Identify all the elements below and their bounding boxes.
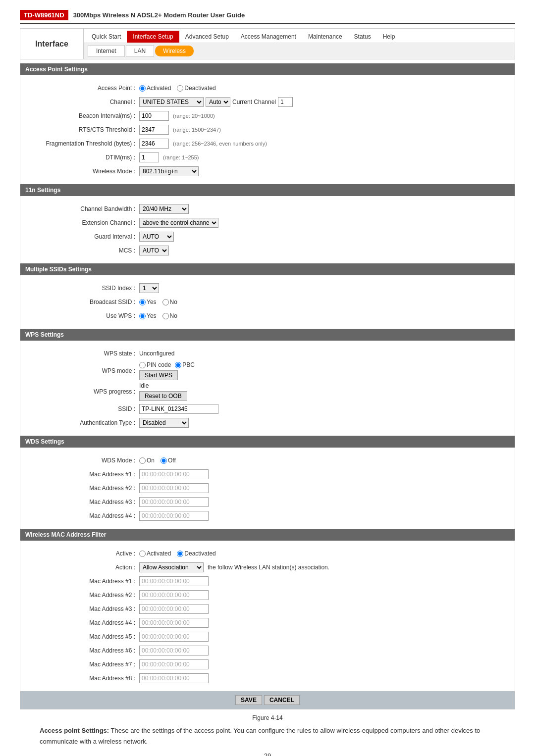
wireless-mac-section: Wireless MAC Address Filter Active : Act… [20, 529, 515, 691]
wds-mac4-input[interactable] [139, 511, 209, 521]
mac-input-2[interactable] [139, 590, 209, 600]
wds-mac2-label: Mac Address #2 : [30, 485, 139, 492]
mac-input-6[interactable] [139, 646, 209, 655]
mac-activated-radio[interactable]: Activated [139, 550, 171, 557]
mac-label-2: Mac Address #2 : [30, 592, 139, 599]
bandwidth-select[interactable]: 20/40 MHz [139, 204, 189, 214]
mac-label-8: Mac Address #8 : [30, 675, 139, 682]
wds-mac4-label: Mac Address #4 : [30, 512, 139, 519]
frag-label: Fragmentation Threshold (bytes) : [30, 140, 139, 147]
wps-pin-radio[interactable]: PIN code [139, 361, 171, 368]
wds-mac2-input[interactable] [139, 483, 209, 493]
mac-input-5[interactable] [139, 632, 209, 642]
mac-address-row-1: Mac Address #1 : [30, 575, 505, 587]
wds-mac1-input[interactable] [139, 469, 209, 479]
figure-caption: Figure 4-14 [20, 714, 515, 721]
ap-activated-radio[interactable]: Activated [139, 85, 171, 92]
dtim-input[interactable] [139, 152, 159, 162]
use-wps-yes-radio[interactable]: Yes [139, 312, 157, 319]
current-channel-input[interactable] [278, 97, 293, 107]
wds-off-radio[interactable]: Off [160, 457, 176, 464]
ap-label: Access Point : [30, 85, 139, 92]
nav-help[interactable]: Help [377, 31, 401, 43]
channel-country-select[interactable]: UNITED STATES [139, 97, 204, 107]
ssid-index-select[interactable]: 1 [139, 283, 159, 293]
ap-radio-group: Activated Deactivated [139, 85, 216, 92]
wps-progress-value: Idle [139, 382, 149, 389]
mac-input-1[interactable] [139, 576, 209, 586]
multiple-ssids-header: Multiple SSIDs Settings [20, 263, 515, 275]
current-channel-label: Current Channel [232, 99, 276, 105]
guard-select[interactable]: AUTO [139, 232, 174, 242]
mac-address-row-3: Mac Address #3 : [30, 603, 505, 615]
wps-ssid-input[interactable] [139, 404, 218, 414]
mac-action-select[interactable]: Allow Association [139, 562, 204, 572]
extension-select[interactable]: above the control channel [139, 218, 218, 228]
frag-input[interactable] [139, 139, 169, 149]
rts-hint: (range: 1500~2347) [173, 127, 221, 133]
nav-advanced-setup[interactable]: Advanced Setup [179, 31, 235, 43]
11n-section: 11n Settings Channel Bandwidth : 20/40 M… [20, 184, 515, 263]
broadcast-no-radio[interactable]: No [162, 299, 177, 305]
wds-mac3-input[interactable] [139, 497, 209, 507]
wds-on-radio[interactable]: On [139, 457, 155, 464]
mac-input-8[interactable] [139, 673, 209, 683]
mac-addresses-list: Mac Address #1 : Mac Address #2 : Mac Ad… [30, 575, 505, 684]
use-wps-no-radio[interactable]: No [162, 312, 177, 319]
mac-active-label: Active : [30, 550, 139, 557]
mcs-select[interactable]: AUTO [139, 246, 169, 255]
header-title: 300Mbps Wireless N ADSL2+ Modem Router U… [73, 11, 245, 19]
access-point-section: Access Point Settings Access Point : Act… [20, 63, 515, 184]
nav-status[interactable]: Status [348, 31, 377, 43]
sub-nav-lan[interactable]: LAN [126, 45, 154, 57]
footer-bar: SAVE CANCEL [20, 691, 515, 709]
wps-state-value: Unconfigured [139, 350, 174, 357]
nav-quick-start[interactable]: Quick Start [86, 31, 127, 43]
mac-input-4[interactable] [139, 618, 209, 628]
brand-label: TD-W8961ND [20, 10, 68, 20]
wps-pbc-radio[interactable]: PBC [175, 361, 195, 368]
extension-label: Extension Channel : [30, 219, 139, 226]
mac-label-6: Mac Address #6 : [30, 647, 139, 654]
cancel-button[interactable]: CANCEL [264, 695, 300, 705]
mac-input-7[interactable] [139, 659, 209, 669]
guard-label: Guard Interval : [30, 233, 139, 240]
bandwidth-label: Channel Bandwidth : [30, 205, 139, 212]
auth-type-select[interactable]: Disabled [139, 418, 189, 428]
body-text-bold: Access point Settings: [40, 727, 109, 734]
beacon-hint: (range: 20~1000) [173, 113, 215, 119]
wireless-mode-select[interactable]: 802.11b+g+n [139, 166, 199, 176]
nav-maintenance[interactable]: Maintenance [302, 31, 348, 43]
mac-address-row-5: Mac Address #5 : [30, 631, 505, 643]
mac-deactivated-radio[interactable]: Deactivated [177, 550, 215, 557]
nav-interface-setup[interactable]: Interface Setup [127, 31, 179, 43]
mac-address-row-2: Mac Address #2 : [30, 589, 505, 601]
save-button[interactable]: SAVE [235, 695, 262, 705]
wps-progress-label: WPS progress : [30, 388, 139, 395]
reset-oob-button[interactable]: Reset to OOB [139, 391, 187, 401]
rts-label: RTS/CTS Threshold : [30, 126, 139, 133]
multiple-ssids-section: Multiple SSIDs Settings SSID Index : 1 B… [20, 263, 515, 329]
ap-deactivated-radio[interactable]: Deactivated [177, 85, 215, 92]
wps-section: WPS Settings WPS state : Unconfigured WP… [20, 329, 515, 436]
rts-input[interactable] [139, 125, 169, 135]
channel-auto-select[interactable]: Auto [206, 97, 230, 107]
wds-mode-label: WDS Mode : [30, 457, 139, 464]
wireless-mode-label: Wireless Mode : [30, 168, 139, 175]
mac-label-3: Mac Address #3 : [30, 605, 139, 612]
mcs-label: MCS : [30, 247, 139, 254]
sub-nav-internet[interactable]: Internet [88, 45, 125, 57]
channel-label: Channel : [30, 99, 139, 105]
broadcast-yes-radio[interactable]: Yes [139, 299, 157, 305]
mac-label-4: Mac Address #4 : [30, 619, 139, 626]
interface-label: Interface [20, 29, 84, 59]
mac-action-label: Action : [30, 564, 139, 571]
beacon-input[interactable] [139, 111, 169, 121]
sub-nav-wireless[interactable]: Wireless [155, 46, 194, 56]
mac-label-5: Mac Address #5 : [30, 633, 139, 640]
wps-ssid-label: SSID : [30, 405, 139, 412]
start-wps-button[interactable]: Start WPS [139, 370, 178, 380]
nav-access-management[interactable]: Access Management [235, 31, 302, 43]
mac-input-3[interactable] [139, 604, 209, 614]
frag-hint: (range: 256~2346, even numbers only) [173, 141, 267, 147]
